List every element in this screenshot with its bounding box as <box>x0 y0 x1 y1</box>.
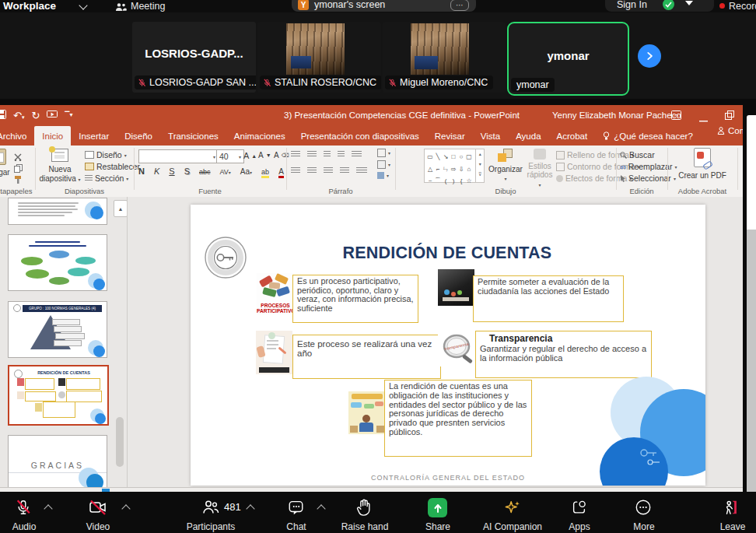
share-screen-button[interactable] <box>428 498 447 517</box>
create-pdf-button[interactable]: Crear un PDF <box>667 148 737 181</box>
screen-share-options-icon[interactable]: ⋯ <box>450 0 469 11</box>
ppt-title-bar[interactable]: ↶▾ ↻ ▔▾ 3) Presentación Competencias CGE… <box>0 105 743 126</box>
tell-me-box[interactable]: ¿Qué desea hacer? <box>595 126 701 146</box>
increase-indent-button[interactable] <box>338 151 345 158</box>
chat-button[interactable] <box>287 499 305 519</box>
arrange-button[interactable]: Organizar▾ <box>487 149 524 182</box>
layout-button[interactable]: Diseño▾ <box>85 150 127 160</box>
account-dropdown-icon[interactable] <box>685 1 693 5</box>
convert-smartart-button[interactable]: ▾ <box>377 172 390 179</box>
workspace-menu[interactable]: Workplace <box>3 0 56 12</box>
italic-button[interactable]: K <box>154 167 159 176</box>
bullets-button[interactable] <box>291 151 300 158</box>
shrink-font-button[interactable]: A▼ <box>258 151 271 160</box>
account-user-name[interactable]: Yenny Elizabeth Monar Pacheco <box>552 110 681 120</box>
text-direction-button[interactable]: ▾ <box>377 149 390 157</box>
section-button[interactable]: Sección▾ <box>85 174 128 183</box>
reset-button[interactable]: Restablecer <box>85 162 140 171</box>
tab-presentacion[interactable]: Presentación con diapositivas <box>293 126 427 146</box>
find-button[interactable]: Buscar <box>620 150 655 160</box>
apps-button[interactable] <box>570 499 588 519</box>
align-text-button[interactable]: ▾ <box>377 160 390 169</box>
shapes-gallery[interactable]: ▭╲↘□○▢△⌐ㄣ⇨⇩⌂~⌒(){☆ ▴▾⊽ <box>424 149 485 183</box>
font-name-combo[interactable]: ▾ <box>138 149 219 163</box>
tab-archivo[interactable]: Archivo <box>0 126 34 146</box>
tab-animaciones[interactable]: Animaciones <box>226 126 293 146</box>
current-slide[interactable]: RENDICIÓN DE CUENTAS PROCESOS PARTICIPAT… <box>191 205 705 486</box>
save-icon[interactable] <box>0 110 6 121</box>
audio-options-chevron[interactable] <box>44 504 52 513</box>
redo-icon[interactable]: ↻ <box>31 110 40 121</box>
tab-acrobat[interactable]: Acrobat <box>549 126 596 146</box>
share-ppt-button[interactable]: Compartir <box>709 126 743 135</box>
audio-button[interactable] <box>15 499 32 519</box>
slide-textbox-5[interactable]: La rendición de cuentas es una obligació… <box>384 380 532 457</box>
strikethrough-button[interactable]: abc <box>199 168 211 176</box>
highlight-color-button[interactable]: ab <box>261 168 269 178</box>
slide-textbox-1[interactable]: Es un proceso participativo, periódico, … <box>292 275 418 323</box>
video-button[interactable] <box>89 499 107 519</box>
format-painter-icon[interactable] <box>14 174 23 188</box>
workspace-chevron-icon[interactable] <box>79 1 87 9</box>
align-left-button[interactable] <box>291 167 300 174</box>
raise-hand-button[interactable] <box>355 498 373 520</box>
slide-textbox-3[interactable]: Este proceso se realizará una vez año <box>292 335 441 379</box>
qat-customize-icon[interactable]: ▔▾ <box>65 112 72 118</box>
slide-thumbnail-4-selected[interactable]: RENDICIÓN DE CUENTAS <box>8 365 109 426</box>
ai-companion-button[interactable] <box>503 499 522 519</box>
participants-button[interactable] <box>201 500 220 518</box>
align-right-button[interactable] <box>324 167 333 174</box>
ribbon-display-options-icon[interactable] <box>671 110 681 121</box>
font-size-combo[interactable]: 40▾ <box>216 149 244 163</box>
tab-inicio[interactable]: Inicio <box>34 126 71 146</box>
undo-icon[interactable]: ↶▾ <box>13 110 24 121</box>
security-check-icon[interactable] <box>663 0 674 10</box>
justify-button[interactable] <box>340 167 349 174</box>
text-shadow-button[interactable]: S <box>184 167 190 176</box>
columns-button[interactable] <box>356 167 367 174</box>
numbering-button[interactable] <box>307 151 317 158</box>
character-spacing-button[interactable]: AV▾ <box>220 168 231 176</box>
tab-meeting[interactable]: Meeting <box>131 1 165 12</box>
slide-editing-area[interactable]: RENDICIÓN DE CUENTAS PROCESOS PARTICIPAT… <box>128 197 743 487</box>
new-slide-button[interactable]: Nueva diapositiva ▾ <box>39 149 81 183</box>
bold-button[interactable]: N <box>138 167 145 176</box>
restore-window-icon[interactable] <box>725 110 734 121</box>
underline-button[interactable]: S <box>169 167 174 176</box>
thumbnails-scrollbar-thumb[interactable] <box>116 417 124 467</box>
slide-thumbnail-2[interactable] <box>8 234 107 291</box>
participant-tile[interactable]: STALIN ROSERO/CNC <box>257 22 381 93</box>
tab-transiciones[interactable]: Transiciones <box>160 126 226 146</box>
slide-thumbnail-1[interactable] <box>8 198 107 225</box>
slide-thumbnail-5[interactable]: GRACIAS <box>8 435 107 487</box>
paste-button[interactable]: Pegar <box>0 149 9 177</box>
leave-button[interactable] <box>722 499 740 519</box>
video-options-chevron[interactable] <box>121 504 130 513</box>
tab-ayuda[interactable]: Ayuda <box>508 126 548 146</box>
shapes-scrollbar[interactable]: ▴▾⊽ <box>475 149 484 182</box>
font-color-button[interactable]: A <box>278 167 284 178</box>
start-slideshow-icon[interactable] <box>47 110 58 121</box>
quick-styles-button[interactable]: Estilos rápidos ▾ <box>526 149 554 188</box>
slide-textbox-2[interactable]: Permite someter a evaluación de la ciuda… <box>473 275 624 322</box>
line-spacing-button[interactable] <box>352 151 362 158</box>
tab-diseno[interactable]: Diseño <box>117 126 160 146</box>
participant-tile[interactable]: Miguel Moreno/CNC <box>383 22 506 93</box>
tab-insertar[interactable]: Insertar <box>71 126 117 146</box>
participant-tile-active[interactable]: ymonar ymonar <box>507 22 629 96</box>
screen-share-pill[interactable]: Y ymonar's screen ⋯ <box>292 0 476 12</box>
tab-vista[interactable]: Vista <box>473 126 508 146</box>
more-button[interactable] <box>635 499 652 519</box>
participants-options-chevron[interactable] <box>246 504 254 513</box>
slide-thumbnail-3[interactable]: GRUPO : 100 NORMAS GENERALES (4) <box>8 301 107 358</box>
participant-tile[interactable]: LOSRIOS-GADP... LOSRIOS-GADP SAN ... <box>132 22 256 93</box>
align-center-button[interactable] <box>307 167 317 174</box>
minimize-icon[interactable] <box>699 114 708 124</box>
sign-in-button[interactable]: Sign In <box>617 0 647 10</box>
thumbnails-scroll-up-button[interactable]: ▲ <box>114 200 128 217</box>
grow-font-button[interactable]: A▲ <box>243 151 257 160</box>
tab-revisar[interactable]: Revisar <box>427 126 473 146</box>
chat-options-chevron[interactable] <box>317 504 325 513</box>
gallery-next-page-button[interactable] <box>638 44 661 68</box>
slide-title[interactable]: RENDICIÓN DE CUENTAS <box>315 244 579 263</box>
